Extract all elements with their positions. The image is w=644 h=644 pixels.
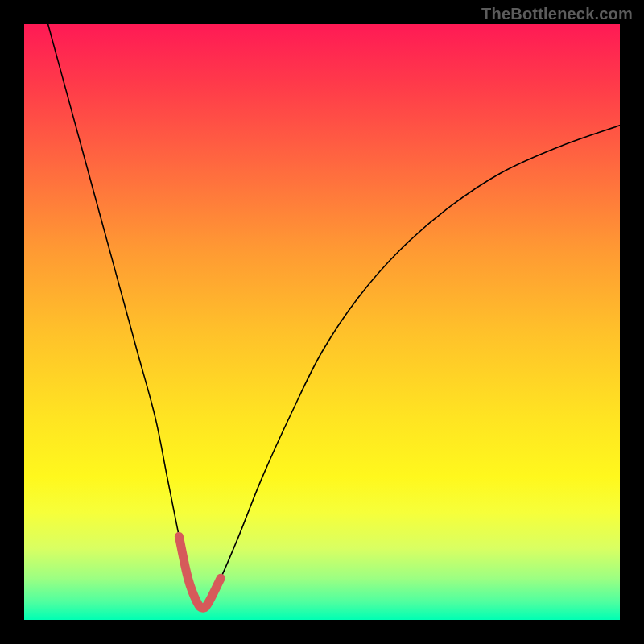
watermark-text: TheBottleneck.com — [481, 5, 633, 23]
chart-area — [24, 24, 620, 620]
bottleneck-plot — [24, 24, 620, 620]
bottleneck-curve — [48, 24, 620, 608]
optimal-range-highlight — [179, 536, 221, 608]
